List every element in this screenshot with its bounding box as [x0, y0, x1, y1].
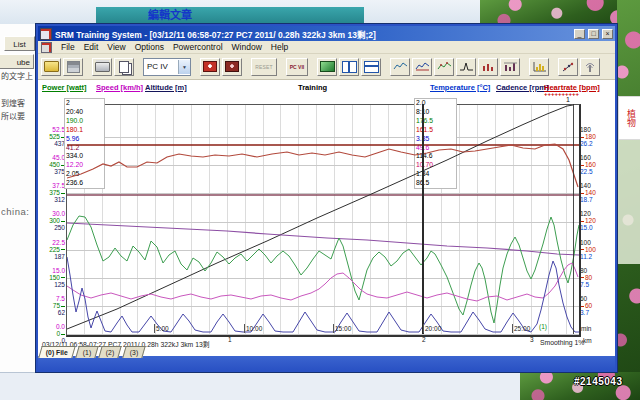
cursor-marker-line[interactable] — [422, 104, 424, 334]
youtube-button[interactable]: ube — [0, 54, 34, 69]
browser-background-bottom — [0, 372, 520, 400]
device-select[interactable]: PC IV▼ — [143, 58, 191, 76]
heartrate-tick-label: 120 — [580, 217, 615, 224]
channel-speed[interactable]: Speed [km/h] — [96, 83, 143, 92]
background-text: china: — [1, 206, 36, 217]
close-button[interactable]: × — [602, 29, 613, 39]
pc-vii-button[interactable]: PC VII — [286, 58, 308, 76]
speed-tick-label: 37.5 — [38, 182, 65, 189]
curve-1-button[interactable] — [390, 58, 410, 76]
curve-3-button[interactable] — [434, 58, 454, 76]
altitude-tick-label: 187 — [38, 253, 65, 260]
series-speed — [67, 263, 578, 301]
curve-2-button[interactable] — [412, 58, 432, 76]
menu-item-powercontrol[interactable]: Powercontrol — [173, 42, 223, 52]
right-axis: 18018026.216016022.514014018.712012015.0… — [580, 80, 615, 357]
antenna-button[interactable] — [580, 58, 600, 76]
cadence-tick-label: 140 — [580, 182, 615, 189]
menu-item-view[interactable]: View — [107, 42, 125, 52]
split-horizontal-button[interactable] — [361, 58, 381, 76]
tab-label: (0) File — [46, 347, 68, 358]
print-button[interactable] — [92, 58, 112, 76]
minimize-button[interactable]: _ — [574, 29, 585, 39]
series-trend — [67, 223, 579, 255]
chart-title: Training — [298, 83, 327, 92]
save-button[interactable] — [63, 58, 83, 76]
left-axis-group: 45.0450375 — [38, 154, 65, 175]
toolbar: PC IV▼RESETPC VII — [38, 54, 615, 79]
altitude-tick-label: 375 — [38, 168, 65, 175]
channel-cadence[interactable]: Cadence [rpm] — [496, 83, 549, 92]
altitude-tick-label: 312 — [38, 196, 65, 203]
menu-item-file[interactable]: File — [61, 42, 75, 52]
menu-bar: FileEditViewOptionsPowercontrolWindowHel… — [38, 41, 615, 54]
curve-1-icon — [393, 61, 408, 72]
open-button[interactable] — [41, 58, 61, 76]
temperature-tick-label: 15.0 — [580, 224, 615, 231]
list-button[interactable]: List — [4, 36, 35, 51]
copy-button[interactable] — [114, 58, 134, 76]
monitor-button[interactable] — [317, 58, 337, 76]
tab-2[interactable]: (2) — [98, 346, 122, 358]
channel-temperature[interactable]: Temperature [°C] — [430, 83, 490, 92]
maximize-button[interactable]: □ — [588, 29, 599, 39]
cadence-tick-label: 180 — [580, 126, 615, 133]
altitude-tick-label: 250 — [38, 224, 65, 231]
speed-tick-label: 15.0 — [38, 267, 65, 274]
heartrate-zone-marks: ++++++++++ — [544, 91, 579, 97]
bar-chart-icon — [532, 61, 547, 73]
menu-item-help[interactable]: Help — [271, 42, 288, 52]
time-unit-label: min — [581, 325, 591, 332]
file-tabs: (0) File(1)(2)(3) — [40, 346, 144, 358]
cadence-tick-label: 80 — [580, 267, 615, 274]
window-bottom-border — [38, 356, 615, 370]
menu-item-options[interactable]: Options — [135, 42, 164, 52]
srm-window: SRM Training System - [03/12/11 06:58-07… — [36, 24, 617, 372]
heartrate-tick-label: 160 — [580, 161, 615, 168]
menu-item-window[interactable]: Window — [232, 42, 262, 52]
cadence-tick-label: 60 — [580, 295, 615, 302]
power-tick-label: 75 — [38, 302, 65, 309]
plot-area[interactable]: 220:40190.0180.15.9641.2334.012.202.0523… — [66, 104, 581, 337]
scatter-button[interactable] — [558, 58, 578, 76]
reset-button[interactable]: RESET — [251, 58, 277, 76]
tab-0[interactable]: (0) File — [38, 346, 75, 358]
temperature-tick-label: 7.5 — [580, 281, 615, 288]
heartrate-tick-label: 80 — [580, 274, 615, 281]
interval-marker-line[interactable] — [573, 104, 574, 334]
power-tick-label: 525 — [38, 133, 65, 140]
tab-1[interactable]: (1) — [75, 346, 99, 358]
curve-5-button[interactable] — [478, 58, 498, 76]
right-axis-group: 16016022.5 — [580, 154, 615, 175]
srm-display-button[interactable] — [222, 58, 242, 76]
curve-4-button[interactable] — [456, 58, 476, 76]
chevron-down-icon: ▼ — [178, 60, 190, 74]
tab-3[interactable]: (3) — [122, 346, 146, 358]
power-tick-label: 300 — [38, 217, 65, 224]
power-tick-label: 225 — [38, 246, 65, 253]
time-tick: 15:00 — [333, 324, 351, 333]
left-axis: 52.552543745.045037537.537531230.0300250… — [38, 80, 65, 357]
srm-download-button[interactable] — [200, 58, 220, 76]
curve-6-button[interactable] — [500, 58, 520, 76]
temperature-tick-label: 11.2 — [580, 253, 615, 260]
temperature-tick-label: 22.5 — [580, 168, 615, 175]
right-axis-group: 18018026.2 — [580, 126, 615, 147]
km-tick: 1 — [228, 336, 232, 343]
title-bar[interactable]: SRM Training System - [03/12/11 06:58-07… — [38, 26, 615, 41]
speed-tick-label: 22.5 — [38, 239, 65, 246]
channel-altitude[interactable]: Altitude [m] — [145, 83, 187, 92]
bar-chart-button[interactable] — [529, 58, 549, 76]
menu-item-edit[interactable]: Edit — [84, 42, 99, 52]
smoothing-value[interactable]: Smoothing 1% — [540, 339, 584, 346]
chart-svg — [67, 105, 579, 335]
series-heartrate — [67, 144, 578, 187]
app-icon — [40, 28, 52, 40]
power-tick-label: 450 — [38, 161, 65, 168]
left-axis-group: 22.5225187 — [38, 239, 65, 260]
cadence-tick-label: 120 — [580, 210, 615, 217]
split-vertical-button[interactable] — [339, 58, 359, 76]
speed-tick-label: 30.0 — [38, 210, 65, 217]
watermark: #2145043 — [574, 376, 623, 387]
tab-label: (1) — [83, 347, 91, 358]
